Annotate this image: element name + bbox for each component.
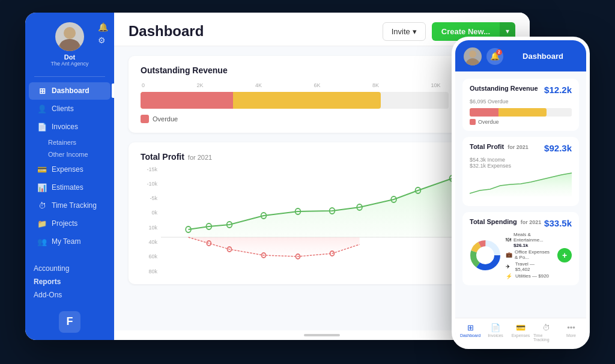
sidebar-link-addons[interactable]: Add-Ons	[34, 288, 106, 302]
sidebar-item-my-team[interactable]: 👥 My Team	[29, 233, 111, 250]
donut-chart	[470, 240, 501, 271]
y-label-neg10k: -10k	[141, 181, 157, 187]
mobile-revenue-title: Outstanding Revenue	[470, 85, 538, 92]
mobile-topbar: 🔔 2 Dashboard	[455, 40, 586, 71]
travel-icon: ✈	[506, 264, 513, 270]
mobile-nav-expenses-icon: 💳	[516, 323, 526, 332]
mobile-body: Outstanding Revenue $12.2k $6,095 Overdu…	[455, 71, 586, 318]
mobile-overdue-dot	[470, 119, 476, 125]
user-company: The Ant Agency	[50, 61, 88, 67]
y-label-60k: 60k	[141, 253, 157, 259]
mobile-nav-dashboard-icon: ⊞	[467, 323, 474, 332]
page-title: Dashboard	[129, 23, 204, 40]
spending-office-label: Office Expenses & Po...	[515, 249, 550, 260]
bell-icon[interactable]: 🔔	[98, 22, 108, 32]
mobile-spending-section: Total Spending for 2021 $33.5k	[462, 212, 579, 285]
axis-label-0: 0	[142, 82, 145, 88]
sidebar-item-projects-label: Projects	[52, 219, 77, 228]
mobile-revenue-bar-track	[470, 108, 572, 117]
sidebar-item-invoices[interactable]: 📄 Invoices	[29, 118, 111, 136]
axis-label-8k: 8K	[372, 82, 379, 88]
mobile-bell-icon[interactable]: 🔔 2	[486, 48, 503, 65]
invite-label: Invite	[392, 27, 410, 36]
mobile-bottom-nav: ⊞ Dashboard 📄 Invoices 💳 Expenses ⏱ Time…	[455, 318, 586, 345]
mobile-green-area	[470, 173, 572, 196]
axis-label-4k: 4K	[255, 82, 262, 88]
mobile-profit-title: Total Profit for 2021	[470, 143, 529, 150]
sidebar-link-accounting[interactable]: Accounting	[34, 262, 106, 275]
svg-point-2	[60, 39, 79, 51]
invite-chevron: ▾	[413, 27, 417, 36]
mobile-profit-chart	[470, 172, 572, 196]
mobile-profit-svg	[470, 172, 572, 196]
sidebar-item-clients-label: Clients	[52, 105, 74, 113]
mobile-nav-expenses-label: Expenses	[512, 333, 530, 338]
mobile-nav-expenses[interactable]: 💳 Expenses	[508, 323, 533, 342]
spending-item-travel: ✈ Travel — $5,402	[506, 261, 550, 272]
sidebar-bottom-links: Accounting Reports Add-Ons	[25, 257, 114, 306]
y-label-10k: 10k	[141, 225, 157, 231]
mobile-revenue-legend: Overdue	[470, 119, 572, 125]
sidebar-item-expenses-label: Expenses	[52, 165, 83, 174]
expenses-icon: 💳	[37, 165, 47, 174]
mobile-profit-header: Total Profit for 2021 $92.3k	[470, 143, 572, 153]
sidebar-item-invoices-label: Invoices	[52, 123, 78, 131]
sidebar: 🔔 ⚙ Dot The Ant Agency ⊞ Dashboard �	[25, 13, 114, 340]
clients-icon: 👤	[37, 105, 47, 114]
y-label-neg15k: -15k	[141, 166, 157, 172]
sidebar-item-other-income[interactable]: Other Income	[25, 148, 114, 160]
sidebar-item-clients[interactable]: 👤 Clients	[29, 100, 111, 118]
sidebar-item-retainers[interactable]: Retainers	[25, 136, 114, 148]
bar-overdue	[141, 92, 233, 109]
sidebar-divider	[34, 76, 105, 77]
sidebar-item-estimates[interactable]: 📊 Estimates	[29, 179, 111, 196]
mobile-spending-title: Total Spending for 2021	[470, 218, 541, 225]
spending-meals-label: Meals & Entertainme... $26.1k	[514, 232, 550, 248]
mobile-nav-invoices-label: Invoices	[488, 333, 503, 338]
mobile-nav-dashboard[interactable]: ⊞ Dashboard	[458, 323, 483, 342]
utilities-icon: ⚡	[506, 273, 513, 279]
mobile-nav-time-tracking[interactable]: ⏱ Time Tracking	[533, 323, 559, 342]
mobile-bell-badge: 2	[496, 49, 502, 55]
office-icon: 💼	[506, 252, 512, 258]
sidebar-item-expenses[interactable]: 💳 Expenses	[29, 161, 111, 178]
svg-point-5	[469, 50, 476, 58]
mobile-nav-invoices-icon: 📄	[491, 323, 500, 332]
dashboard-icon: ⊞	[37, 86, 47, 96]
donut-svg	[470, 240, 501, 271]
overdue-legend-dot	[141, 115, 149, 123]
mobile-bar-overdue	[470, 108, 498, 117]
projects-icon: 📁	[37, 219, 47, 228]
mobile-fab-button[interactable]: +	[557, 248, 572, 262]
app-logo: F	[59, 311, 80, 333]
profit-chart-title: Total Profit	[141, 152, 184, 162]
sidebar-item-time-tracking[interactable]: ⏱ Time Tracking	[29, 197, 111, 214]
my-team-icon: 👥	[37, 237, 47, 246]
mobile-profit-sub2: $32.1k Expenses	[470, 163, 572, 169]
revenue-chart-title: Outstanding Revenue	[141, 65, 503, 75]
mobile-nav-dashboard-label: Dashboard	[460, 333, 480, 338]
sidebar-top-icons: 🔔 ⚙	[98, 22, 108, 45]
y-label-80k: 80k	[141, 268, 157, 275]
spending-row: 🍽 Meals & Entertainme... $26.1k 💼 Office…	[470, 232, 572, 279]
sidebar-nav: ⊞ Dashboard 👤 Clients 📄 Invoices Retaine…	[25, 82, 114, 257]
revenue-legend: Overdue	[141, 115, 503, 123]
mobile-profit-amount: $92.3k	[544, 143, 572, 153]
sidebar-link-reports[interactable]: Reports	[34, 275, 106, 288]
invoices-icon: 📄	[37, 123, 47, 132]
sidebar-item-time-tracking-label: Time Tracking	[52, 201, 97, 210]
sidebar-item-dashboard[interactable]: ⊞ Dashboard	[29, 82, 111, 100]
avatar	[55, 22, 84, 51]
mobile-nav-more[interactable]: ••• More	[559, 323, 584, 342]
axis-label-2k: 2K	[196, 82, 203, 88]
mobile-spending-amount: $33.5k	[544, 218, 572, 228]
axis-label-10k: 10K	[431, 82, 440, 88]
mobile-nav-invoices[interactable]: 📄 Invoices	[483, 323, 508, 342]
mobile-profit-section: Total Profit for 2021 $92.3k $54.3k Inco…	[462, 137, 579, 206]
gear-icon[interactable]: ⚙	[98, 35, 108, 45]
scrollbar-pill	[304, 334, 340, 336]
axis-label-6k: 6K	[314, 82, 320, 88]
invite-button[interactable]: Invite ▾	[383, 22, 426, 41]
sidebar-item-projects[interactable]: 📁 Projects	[29, 215, 111, 232]
mobile-nav-time-label: Time Tracking	[533, 333, 559, 342]
